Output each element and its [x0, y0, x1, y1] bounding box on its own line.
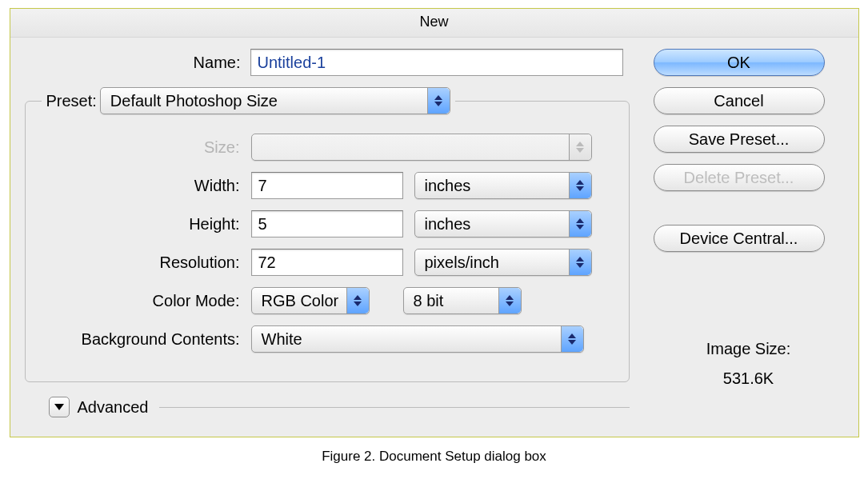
- preset-legend: Preset: Default Photoshop Size: [42, 87, 455, 114]
- dropdown-arrows-icon: [569, 250, 591, 275]
- resolution-field[interactable]: [251, 249, 403, 276]
- dialog-body: Name: Preset: Default Photoshop Size Siz…: [10, 38, 858, 437]
- width-field[interactable]: [251, 172, 403, 199]
- bit-depth-value: 8 bit: [414, 292, 444, 310]
- advanced-row: Advanced: [49, 397, 630, 417]
- dropdown-arrows-icon: [569, 134, 591, 160]
- device-central-button[interactable]: Device Central...: [654, 225, 825, 252]
- height-label: Height:: [38, 215, 240, 234]
- figure-caption: Figure 2. Document Setup dialog box: [8, 449, 860, 465]
- bg-contents-value: White: [262, 330, 302, 349]
- height-unit-value: inches: [425, 215, 471, 234]
- ok-button[interactable]: OK: [654, 49, 825, 76]
- dropdown-arrows-icon: [561, 326, 583, 352]
- dropdown-arrows-icon: [498, 288, 521, 313]
- bg-contents-row: Background Contents: White: [38, 325, 616, 353]
- name-row: Name:: [25, 49, 630, 76]
- preset-fieldset: Preset: Default Photoshop Size Size:: [25, 87, 630, 382]
- bit-depth-dropdown[interactable]: 8 bit: [403, 287, 522, 314]
- triangle-down-icon: [54, 404, 64, 410]
- height-field[interactable]: [251, 210, 403, 238]
- color-mode-dropdown[interactable]: RGB Color: [251, 287, 370, 314]
- size-dropdown: [251, 134, 592, 161]
- width-unit-dropdown[interactable]: inches: [414, 172, 592, 199]
- resolution-unit-value: pixels/inch: [425, 253, 499, 272]
- size-row: Size:: [38, 134, 616, 161]
- dropdown-arrows-icon: [427, 88, 450, 114]
- dropdown-arrows-icon: [569, 211, 591, 237]
- bg-contents-label: Background Contents:: [38, 330, 240, 349]
- delete-preset-button: Delete Preset...: [654, 164, 825, 191]
- height-row: Height: inches: [38, 210, 616, 238]
- preset-dropdown[interactable]: Default Photoshop Size: [100, 87, 450, 114]
- preset-value: Default Photoshop Size: [110, 92, 278, 110]
- new-document-dialog: New Name: Preset: Default Photoshop Size: [10, 8, 859, 437]
- width-label: Width:: [38, 177, 240, 195]
- resolution-unit-dropdown[interactable]: pixels/inch: [414, 249, 592, 276]
- name-field[interactable]: [250, 49, 623, 76]
- name-label: Name:: [73, 54, 241, 72]
- preset-label: Preset:: [46, 92, 97, 110]
- image-size-value: 531.6K: [654, 369, 844, 388]
- resolution-row: Resolution: pixels/inch: [38, 249, 616, 276]
- image-size-label: Image Size:: [654, 340, 844, 358]
- advanced-label: Advanced: [78, 398, 149, 417]
- save-preset-button[interactable]: Save Preset...: [654, 126, 825, 153]
- divider: [159, 407, 629, 408]
- resolution-label: Resolution:: [38, 253, 240, 272]
- cancel-button[interactable]: Cancel: [654, 87, 825, 114]
- height-unit-dropdown[interactable]: inches: [414, 210, 592, 238]
- advanced-disclosure-button[interactable]: [49, 397, 70, 417]
- dialog-title: New: [10, 9, 858, 38]
- width-row: Width: inches: [38, 172, 616, 199]
- color-mode-value: RGB Color: [262, 292, 339, 310]
- left-panel: Name: Preset: Default Photoshop Size Siz…: [25, 49, 630, 417]
- image-size-block: Image Size: 531.6K: [654, 340, 844, 388]
- size-label: Size:: [38, 138, 240, 157]
- bg-contents-dropdown[interactable]: White: [251, 325, 584, 353]
- color-mode-row: Color Mode: RGB Color 8 bit: [38, 287, 616, 314]
- dropdown-arrows-icon: [346, 288, 369, 313]
- right-panel: OK Cancel Save Preset... Delete Preset..…: [654, 49, 844, 417]
- dropdown-arrows-icon: [569, 173, 591, 198]
- color-mode-label: Color Mode:: [38, 292, 240, 310]
- width-unit-value: inches: [425, 177, 471, 195]
